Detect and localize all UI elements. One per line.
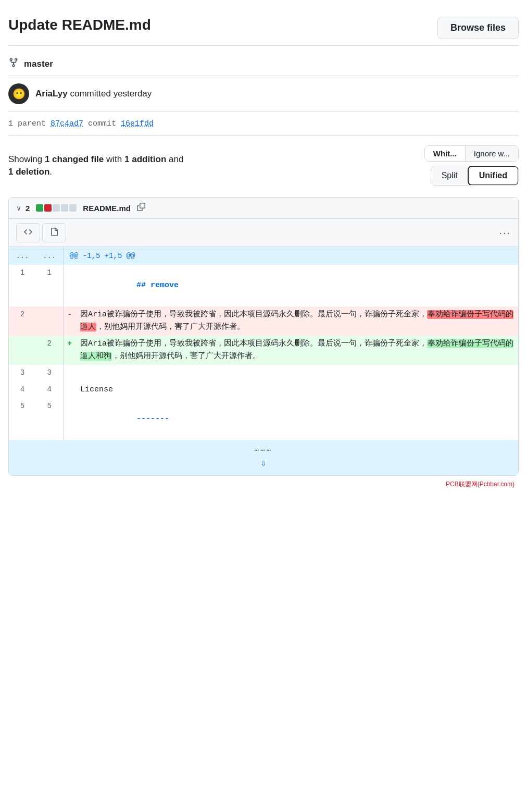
diff-sign-5: [63, 398, 76, 440]
old-line-add: [9, 336, 36, 365]
author-action: committed: [70, 89, 110, 99]
diff-bar-red-1: [44, 204, 52, 212]
diff-toolbar: ···: [9, 219, 518, 247]
diff-sign-del: -: [63, 306, 76, 336]
new-line-del: [36, 306, 63, 336]
new-line-4: 4: [36, 382, 63, 398]
diff-table: ... ... @@ -1,5 +1,5 @@ 1 1 ## remove 2: [9, 247, 518, 475]
browse-files-button[interactable]: Browse files: [437, 17, 519, 39]
branch-row: master: [8, 52, 519, 76]
commit-hash[interactable]: 16e1fdd: [121, 119, 154, 128]
old-line-3: 3: [9, 365, 36, 382]
hunk-old-line: ...: [9, 247, 36, 265]
diff-bars: [36, 204, 77, 212]
commit-meta-row: 1 parent 87c4ad7 commit 16e1fdd: [8, 112, 519, 136]
changed-count: 1 changed file: [45, 154, 104, 164]
diff-bar-gray-3: [69, 204, 77, 212]
collapse-icon[interactable]: ∨: [16, 204, 21, 212]
deletions-count: 1 deletion: [8, 167, 49, 177]
diff-sign-add: +: [63, 336, 76, 365]
file-change-count: 2: [26, 204, 30, 213]
watermark: PCB联盟网(Pcbbar.com): [8, 476, 519, 491]
hr-text: -------: [136, 414, 169, 423]
old-line-4: 4: [9, 382, 36, 398]
old-line-del: 2: [9, 306, 36, 336]
heading-text: ## remove: [136, 281, 179, 290]
new-line-1: 1: [36, 265, 63, 306]
avatar: 😶: [8, 83, 29, 104]
more-options-icon[interactable]: ···: [499, 227, 511, 239]
view-controls: Whit... Ignore w... Split Unified: [424, 145, 519, 186]
diff-content-add: 因Aria被诈骗份子使用，导致我被跨省，因此本项目源码永久删除。最后说一句，诈骗…: [76, 336, 518, 365]
old-line-1: 1: [9, 265, 36, 306]
new-line-3: 3: [36, 365, 63, 382]
diff-bar-green-1: [36, 204, 43, 212]
diff-content-5: -------: [76, 398, 518, 440]
diff-sign-3: [63, 365, 76, 382]
diff-row-4: 4 4 License: [9, 382, 518, 398]
author-name: AriaLyy: [35, 89, 68, 99]
commit-title: Update README.md: [8, 17, 151, 33]
diff-content-del: 因Aria被诈骗份子使用，导致我被跨省，因此本项目源码永久删除。最后说一句，诈骗…: [76, 306, 518, 336]
diff-sign-1: [63, 265, 76, 306]
new-line-add: 2: [36, 336, 63, 365]
diff-content-3: [76, 365, 518, 382]
copy-icon[interactable]: [137, 203, 145, 213]
branch-icon: [8, 57, 19, 70]
watermark-text: PCB联盟网(Pcbbar.com): [446, 481, 515, 488]
diff-row-addition: 2 + 因Aria被诈骗份子使用，导致我被跨省，因此本项目源码永久删除。最后说一…: [9, 336, 518, 365]
diff-bar-gray-2: [61, 204, 68, 212]
diff-sign-4: [63, 382, 76, 398]
unified-view-button[interactable]: Unified: [468, 166, 519, 186]
author-row: 😶 AriaLyy committed yesterday: [8, 76, 519, 112]
diff-row-3: 3 3: [9, 365, 518, 382]
expand-cell[interactable]: ⋯⋯⋯ ⇩: [9, 440, 518, 475]
parent-hash[interactable]: 87c4ad7: [51, 119, 83, 128]
author-info: AriaLyy committed yesterday: [35, 89, 152, 99]
diff-content-4: License: [76, 382, 518, 398]
expand-row[interactable]: ⋯⋯⋯ ⇩: [9, 440, 518, 475]
stats-row: Showing 1 changed file with 1 addition a…: [8, 136, 519, 193]
stats-text: Showing 1 changed file with 1 addition a…: [8, 153, 185, 178]
diff-row-5: 5 5 -------: [9, 398, 518, 440]
file-header: ∨ 2 README.md: [9, 198, 518, 219]
commit-time: yesterday: [114, 89, 152, 99]
diff-content-1: ## remove: [76, 265, 518, 306]
hunk-new-line: ...: [36, 247, 63, 265]
hunk-header-row: ... ... @@ -1,5 +1,5 @@: [9, 247, 518, 265]
split-view-button[interactable]: Split: [431, 166, 468, 185]
commit-label: commit: [88, 119, 116, 128]
diff-row-deletion: 2 - 因Aria被诈骗份子使用，导致我被跨省，因此本项目源码永久删除。最后说一…: [9, 306, 518, 336]
file-name: README.md: [83, 204, 131, 213]
new-line-5: 5: [36, 398, 63, 440]
code-view-button[interactable]: [16, 223, 40, 242]
additions-count: 1 addition: [124, 154, 166, 164]
file-view-button[interactable]: [42, 223, 66, 242]
expand-down-icon: ⇩: [13, 456, 514, 471]
toolbar-left: [16, 223, 66, 242]
diff-container: ∨ 2 README.md: [8, 197, 519, 476]
whitespace-controls: Whit... Ignore w...: [424, 145, 519, 162]
parent-label: 1 parent: [8, 119, 46, 128]
whitespace-button[interactable]: Whit...: [425, 146, 466, 161]
diff-row-1: 1 1 ## remove: [9, 265, 518, 306]
split-unified-controls: Split Unified: [431, 166, 519, 186]
ignore-whitespace-button[interactable]: Ignore w...: [466, 146, 518, 161]
hunk-content: @@ -1,5 +1,5 @@: [63, 247, 518, 265]
deletion-highlight: 奉劝给诈骗份子写代码的逼人: [80, 310, 513, 331]
old-line-5: 5: [9, 398, 36, 440]
expand-dots: ⋯⋯⋯: [13, 444, 514, 456]
branch-name: master: [24, 59, 53, 69]
diff-bar-gray-1: [53, 204, 60, 212]
addition-highlight: 奉劝给诈骗份子写代码的逼人和狗: [80, 339, 513, 361]
